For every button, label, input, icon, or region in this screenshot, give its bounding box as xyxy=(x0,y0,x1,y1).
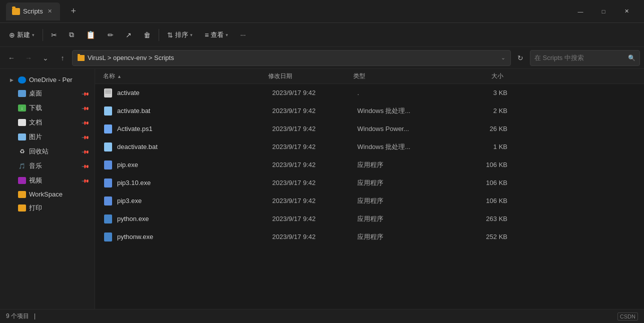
rename-button[interactable]: ✏ xyxy=(103,26,119,44)
sort-chevron: ▾ xyxy=(190,32,193,38)
share-icon: ↗ xyxy=(126,31,132,39)
table-row[interactable]: activate 2023/9/17 9:42 . 3 KB xyxy=(95,84,644,102)
new-button[interactable]: ⊕ 新建 ▾ xyxy=(4,26,40,44)
header-size[interactable]: 大小 xyxy=(453,72,503,80)
status-bar: 9 个项目 | CSDN xyxy=(0,309,644,323)
file-icon-wrapper xyxy=(103,88,113,98)
new-tab-button[interactable]: + xyxy=(66,4,81,19)
cut-button[interactable]: ✂ xyxy=(46,26,62,44)
pin-icon: 📌 xyxy=(82,118,90,126)
toolbar-divider-1 xyxy=(43,29,43,41)
new-label: 新建 xyxy=(17,30,30,40)
table-row[interactable]: pip3.exe 2023/9/17 9:42 应用程序 106 KB xyxy=(95,192,644,210)
view-button[interactable]: ≡ 查看 ▾ xyxy=(200,26,233,44)
onedrive-icon xyxy=(18,76,26,84)
maximize-button[interactable]: □ xyxy=(592,4,615,20)
more-button[interactable]: ··· xyxy=(235,26,251,44)
active-tab[interactable]: Scripts ✕ xyxy=(6,2,60,20)
pin-icon: 📌 xyxy=(82,90,90,98)
table-row[interactable]: activate.bat 2023/9/17 9:42 Windows 批处理.… xyxy=(95,102,644,120)
file-size: 2 KB xyxy=(457,107,507,114)
expand-icon xyxy=(8,104,15,112)
up-button[interactable]: ↑ xyxy=(55,50,70,66)
table-row[interactable]: deactivate.bat 2023/9/17 9:42 Windows 批处… xyxy=(95,138,644,156)
file-icon-wrapper xyxy=(103,232,113,242)
sidebar-label-onedrive: OneDrive - Per xyxy=(29,76,89,84)
file-doc-icon xyxy=(104,88,112,98)
address-chevron-icon: ⌄ xyxy=(501,54,505,61)
address-bar[interactable]: VirusL > opencv-env > Scripts ⌄ xyxy=(72,50,511,66)
expand-icon xyxy=(8,177,15,184)
file-type: 应用程序 xyxy=(357,214,457,224)
tab-label: Scripts xyxy=(23,8,43,15)
main-area: ▶ OneDrive - Per 桌面 📌 ↓ 下载 📌 文档 📌 xyxy=(0,69,644,309)
minimize-button[interactable]: — xyxy=(569,4,592,20)
file-date: 2023/9/17 9:42 xyxy=(272,89,357,96)
file-size: 106 KB xyxy=(457,179,507,186)
delete-button[interactable]: 🗑 xyxy=(139,26,156,44)
recycle-icon: ♻ xyxy=(18,148,26,155)
file-date: 2023/9/17 9:42 xyxy=(272,233,357,240)
header-type[interactable]: 类型 xyxy=(353,72,453,80)
expand-icon xyxy=(8,204,15,212)
file-name: Activate.ps1 xyxy=(117,125,272,132)
view-icon: ≡ xyxy=(205,31,209,39)
header-name[interactable]: 名称 ▲ xyxy=(103,72,268,80)
file-date: 2023/9/17 9:42 xyxy=(272,215,357,222)
sidebar-item-video[interactable]: 视频 📌 xyxy=(2,174,93,188)
file-name: activate.bat xyxy=(117,107,272,114)
sidebar-item-music[interactable]: 🎵 音乐 📌 xyxy=(2,159,93,173)
sidebar-item-print[interactable]: 打印 xyxy=(2,201,93,215)
file-icon-wrapper xyxy=(103,124,113,134)
search-placeholder: 在 Scripts 中搜索 xyxy=(534,54,625,62)
tab-folder-icon xyxy=(12,8,20,15)
forward-button[interactable]: → xyxy=(21,50,36,66)
tab-close-button[interactable]: ✕ xyxy=(46,8,54,16)
back-button[interactable]: ← xyxy=(4,50,19,66)
close-button[interactable]: ✕ xyxy=(615,4,638,20)
video-icon xyxy=(18,177,26,184)
sidebar-label-download: 下载 xyxy=(29,104,80,112)
file-icon-wrapper xyxy=(103,160,113,170)
sidebar-item-onedrive[interactable]: ▶ OneDrive - Per xyxy=(2,74,93,86)
table-row[interactable]: python.exe 2023/9/17 9:42 应用程序 263 KB xyxy=(95,210,644,228)
expand-icon: ▶ xyxy=(8,76,15,84)
table-row[interactable]: pip.exe 2023/9/17 9:42 应用程序 106 KB xyxy=(95,156,644,174)
refresh-button[interactable]: ↻ xyxy=(513,50,528,66)
sidebar-item-desktop[interactable]: 桌面 📌 xyxy=(2,86,93,100)
share-button[interactable]: ↗ xyxy=(121,26,137,44)
sidebar-label-docs: 文档 xyxy=(29,118,80,127)
view-chevron: ▾ xyxy=(226,32,228,38)
table-row[interactable]: Activate.ps1 2023/9/17 9:42 Windows Powe… xyxy=(95,120,644,138)
expand-icon xyxy=(8,134,15,140)
header-date[interactable]: 修改日期 xyxy=(268,72,353,80)
table-row[interactable]: pip3.10.exe 2023/9/17 9:42 应用程序 106 KB xyxy=(95,174,644,192)
table-row[interactable]: pythonw.exe 2023/9/17 9:42 应用程序 252 KB xyxy=(95,228,644,246)
dropdown-button[interactable]: ⌄ xyxy=(38,50,53,66)
sidebar-item-workspace[interactable]: WorkSpace xyxy=(2,188,93,200)
file-list-header: 名称 ▲ 修改日期 类型 大小 xyxy=(95,69,644,84)
view-label: 查看 xyxy=(211,30,224,40)
docs-icon xyxy=(18,119,26,126)
copy-button[interactable]: ⧉ xyxy=(64,26,79,44)
file-size: 263 KB xyxy=(457,215,507,222)
file-exe-icon xyxy=(104,196,112,206)
title-bar-left: Scripts ✕ + xyxy=(6,2,569,20)
search-box[interactable]: 在 Scripts 中搜索 🔍 xyxy=(530,50,640,66)
file-size: 106 KB xyxy=(457,161,507,168)
sidebar-item-docs[interactable]: 文档 📌 xyxy=(2,116,93,130)
sidebar-item-pictures[interactable]: 图片 📌 xyxy=(2,130,93,144)
paste-button[interactable]: 📋 xyxy=(81,26,101,44)
csdn-badge: CSDN xyxy=(617,312,638,320)
sort-button[interactable]: ⇅ 排序 ▾ xyxy=(162,26,198,44)
file-name: pip.exe xyxy=(117,161,272,168)
sidebar-item-download[interactable]: ↓ 下载 📌 xyxy=(2,101,93,115)
pin-icon: 📌 xyxy=(82,162,90,170)
header-size-label: 大小 xyxy=(491,72,503,80)
sidebar-label-music: 音乐 xyxy=(29,162,80,170)
address-path: VirusL > opencv-env > Scripts xyxy=(88,54,498,62)
sidebar-item-recycle[interactable]: ♻ 回收站 📌 xyxy=(2,144,93,158)
file-name: pip3.exe xyxy=(117,197,272,204)
file-type: 应用程序 xyxy=(357,196,457,206)
pin-icon: 📌 xyxy=(82,176,90,184)
